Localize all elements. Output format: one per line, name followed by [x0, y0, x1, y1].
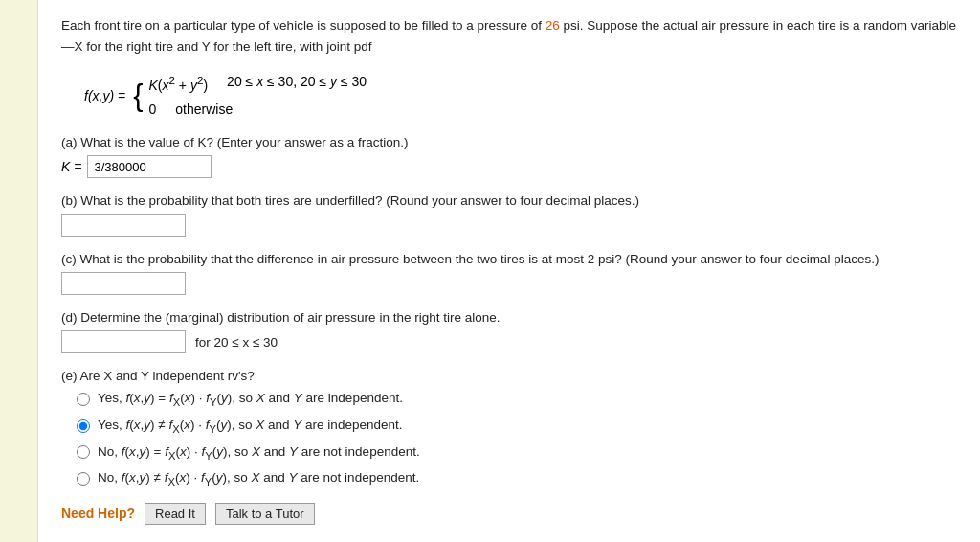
radio-option-e4[interactable]: No, f(x,y) ≠ fX(x) · fY(y), so X and Y a… [77, 470, 957, 487]
part-d-row: for 20 ≤ x ≤ 30 [61, 330, 957, 353]
left-bar [0, 0, 38, 542]
part-e-section: (e) Are X and Y independent rv's? Yes, f… [61, 369, 957, 487]
page-wrapper: Each front tire on a particular type of … [0, 0, 980, 542]
part-b-section: (b) What is the probability that both ti… [61, 193, 957, 237]
k-input[interactable] [87, 155, 212, 178]
part-a-section: (a) What is the value of K? (Enter your … [61, 135, 957, 178]
need-help-row: Need Help? Read It Talk to a Tutor [61, 503, 957, 525]
pressure-value: 26 [546, 18, 560, 33]
radio-option-e3[interactable]: No, f(x,y) = fX(x) · fY(y), so X and Y a… [77, 444, 957, 462]
radio-option-e2[interactable]: Yes, f(x,y) ≠ fX(x) · fY(y), so X and Y … [77, 418, 957, 435]
part-c-label: (c) What is the probability that the dif… [61, 252, 957, 266]
radio-e3-label: No, f(x,y) = fX(x) · fY(y), so X and Y a… [98, 444, 420, 462]
case1-expr: K(x2 + y2) [148, 70, 208, 98]
cases-table: K(x2 + y2) 20 ≤ x ≤ 30, 20 ≤ y ≤ 30 0 ot… [148, 70, 418, 122]
radio-e4[interactable] [77, 472, 90, 486]
part-b-label: (b) What is the probability that both ti… [61, 193, 957, 208]
case2-expr: 0 [148, 98, 156, 122]
k-answer-row: K = [61, 155, 957, 178]
k-prefix: K = [61, 159, 81, 174]
read-it-button[interactable]: Read It [145, 503, 206, 525]
part-a-label: (a) What is the value of K? (Enter your … [61, 135, 957, 149]
radio-option-e1[interactable]: Yes, f(x,y) = fX(x) · fY(y), so X and Y … [77, 391, 957, 408]
fx-label: f(x,y) = [84, 88, 125, 103]
radio-e3[interactable] [77, 445, 90, 459]
case1-condition: 20 ≤ x ≤ 30, 20 ≤ y ≤ 30 [227, 70, 418, 98]
need-help-label: Need Help? [61, 506, 135, 521]
main-content: Each front tire on a particular type of … [38, 0, 980, 542]
problem-intro: Each front tire on a particular type of … [61, 15, 957, 56]
part-b-input[interactable] [61, 214, 186, 237]
left-brace: { [133, 81, 143, 111]
radio-e1[interactable] [77, 393, 90, 406]
radio-e1-label: Yes, f(x,y) = fX(x) · fY(y), so X and Y … [98, 391, 403, 408]
part-d-section: (d) Determine the (marginal) distributio… [61, 310, 957, 353]
part-c-input[interactable] [61, 272, 186, 295]
radio-e2-label: Yes, f(x,y) ≠ fX(x) · fY(y), so X and Y … [98, 418, 402, 435]
part-d-label: (d) Determine the (marginal) distributio… [61, 310, 957, 325]
part-d-input[interactable] [61, 330, 186, 353]
case2-condition: otherwise [175, 98, 367, 122]
case1-row: K(x2 + y2) 20 ≤ x ≤ 30, 20 ≤ y ≤ 30 [148, 70, 418, 98]
part-e-label: (e) Are X and Y independent rv's? [61, 369, 957, 383]
talk-to-tutor-button[interactable]: Talk to a Tutor [215, 503, 315, 525]
part-e-radio-group: Yes, f(x,y) = fX(x) · fY(y), so X and Y … [77, 391, 957, 487]
joint-pdf-formula: f(x,y) = { K(x2 + y2) 20 ≤ x ≤ 30, 20 ≤ … [84, 70, 957, 122]
part-c-section: (c) What is the probability that the dif… [61, 252, 957, 295]
part-d-range: for 20 ≤ x ≤ 30 [195, 335, 278, 350]
intro-text: Each front tire on a particular type of … [61, 18, 542, 33]
radio-e4-label: No, f(x,y) ≠ fX(x) · fY(y), so X and Y a… [98, 470, 419, 487]
case2-row: 0 otherwise [148, 98, 418, 122]
radio-e2[interactable] [77, 419, 90, 433]
